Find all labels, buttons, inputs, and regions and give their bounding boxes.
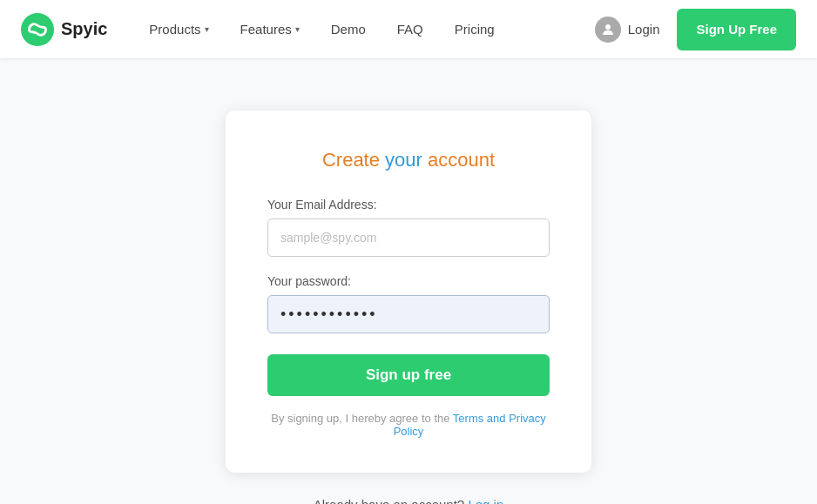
main-content: Create your account Your Email Address: … xyxy=(0,58,817,504)
nav-faq[interactable]: FAQ xyxy=(383,15,437,44)
login-button[interactable]: Login xyxy=(584,10,671,50)
header-right: Login Sign Up Free xyxy=(584,9,796,50)
header: Spyic Products ▾ Features ▾ Demo FAQ Pri… xyxy=(0,0,817,58)
nav-demo[interactable]: Demo xyxy=(317,15,380,44)
chevron-down-icon: ▾ xyxy=(205,24,209,34)
email-input[interactable] xyxy=(267,218,550,257)
header-signup-button[interactable]: Sign Up Free xyxy=(677,9,796,50)
password-group: Your password: xyxy=(267,274,550,333)
nav-products[interactable]: Products ▾ xyxy=(135,15,222,44)
card-title: Create your account xyxy=(267,149,550,171)
password-input[interactable] xyxy=(267,295,550,333)
email-label: Your Email Address: xyxy=(267,198,550,212)
signup-submit-button[interactable]: Sign up free xyxy=(267,354,550,396)
login-link[interactable]: Log in xyxy=(468,497,503,504)
nav-features[interactable]: Features ▾ xyxy=(226,15,314,44)
email-group: Your Email Address: xyxy=(267,198,550,257)
already-account-text: Already have an account? Log in xyxy=(314,497,504,504)
signup-card: Create your account Your Email Address: … xyxy=(226,111,591,473)
user-icon xyxy=(595,17,621,43)
logo[interactable]: Spyic xyxy=(21,13,107,46)
logo-text: Spyic xyxy=(61,19,107,39)
main-nav: Products ▾ Features ▾ Demo FAQ Pricing xyxy=(135,15,584,44)
nav-pricing[interactable]: Pricing xyxy=(441,15,509,44)
svg-point-1 xyxy=(605,24,611,30)
password-label: Your password: xyxy=(267,274,550,288)
svg-point-0 xyxy=(21,13,54,46)
logo-icon xyxy=(21,13,54,46)
terms-text: By signing up, I hereby agree to the Ter… xyxy=(267,412,550,438)
chevron-down-icon: ▾ xyxy=(295,24,300,34)
